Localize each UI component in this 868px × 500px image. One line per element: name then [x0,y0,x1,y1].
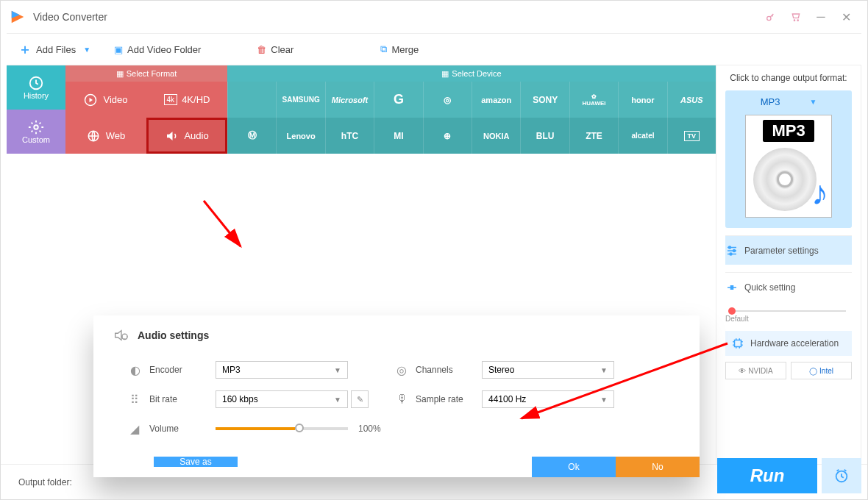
audio-settings-panel: Audio settings ◐ Encoder MP3▼ ◎ Channels… [93,315,700,477]
trash-icon: 🗑 [257,44,266,55]
parameter-settings-button[interactable]: Parameter settings [725,235,852,265]
ok-button[interactable]: Ok [532,457,616,477]
add-files-dropdown-icon[interactable]: ▼ [83,46,90,54]
quick-icon [725,281,739,294]
device-oneplus[interactable]: ⊕ [423,118,472,154]
no-button[interactable]: No [616,457,700,477]
output-format-name: MP3 [761,96,780,107]
encoder-select[interactable]: MP3▼ [216,361,348,379]
key-icon[interactable] [758,4,783,29]
samplerate-icon: 🎙 [396,393,410,406]
chip-icon [731,337,744,350]
app-logo-icon [10,9,26,25]
volume-slider[interactable] [216,427,348,430]
select-device-header: ▦ Select Device [227,65,716,82]
svg-point-6 [34,125,38,129]
add-video-folder-button[interactable]: ▣ Add Video Folder [102,34,213,65]
device-zte[interactable]: ZTE [569,118,618,154]
channels-select[interactable]: Stereo▼ [482,361,614,379]
format-tab-web[interactable]: Web [65,118,146,154]
audio-settings-icon [111,327,130,343]
device-asus[interactable]: ASUS [667,82,716,118]
sidebar-custom-button[interactable]: Custom [7,110,65,154]
4k-icon: 4k [164,94,178,105]
samplerate-select[interactable]: 44100 Hz▼ [482,390,614,408]
svg-rect-19 [735,340,741,347]
title-bar: Video Converter ─ ✕ [1,1,867,33]
run-button[interactable]: Run [717,458,817,493]
bitrate-icon: ⠿ [130,393,143,407]
device-htc[interactable]: hTC [325,118,374,154]
svg-point-2 [767,16,771,20]
device-motorola[interactable]: Ⓜ [227,118,276,154]
volume-value: 100% [358,424,381,434]
add-files-button[interactable]: ＋ Add Files [7,34,88,65]
svg-point-15 [729,246,731,249]
bitrate-select[interactable]: 160 kbps▼ [216,390,348,408]
channels-label: Channels [416,365,482,375]
device-samsung[interactable]: SAMSUNG [276,82,324,118]
hardware-acceleration-button[interactable]: Hardware acceleration [725,331,852,356]
quality-slider[interactable] [728,310,846,312]
svg-point-4 [797,20,798,21]
add-files-label: Add Files [36,44,76,55]
device-huawei[interactable]: ✿HUAWEI [569,82,618,118]
app-title: Video Converter [33,11,758,23]
gear-icon [28,119,44,135]
bitrate-label: Bit rate [149,394,216,404]
bitrate-edit-button[interactable]: ✎ [351,390,369,408]
annotation-arrow-1 [199,196,251,255]
clear-label: Clear [271,44,294,55]
chevron-down-icon: ▼ [334,366,341,374]
custom-label: Custom [22,135,50,144]
folder-icon: ▣ [114,44,123,55]
channels-icon: ◎ [396,363,410,377]
device-apple[interactable] [227,82,276,118]
device-blu[interactable]: BLU [520,118,569,154]
vendor-intel[interactable]: ◯ Intel [791,362,852,379]
device-microsoft[interactable]: Microsoft [325,82,374,118]
format-tab-4k-hd[interactable]: 4k 4K/HD [146,82,227,118]
quick-setting-label: Quick setting [744,282,795,293]
merge-button[interactable]: ⧉ Merge [369,34,430,65]
format-tab-audio[interactable]: Audio [146,118,227,154]
device-tv[interactable]: TV [667,118,716,154]
cart-icon[interactable] [783,4,808,29]
click-change-label: Click to change output format: [725,73,852,83]
globe-icon [87,129,100,143]
minimize-button[interactable]: ─ [808,4,833,29]
device-row-1: SAMSUNG Microsoft G ◎ amazon SONY ✿HUAWE… [227,82,716,118]
svg-point-17 [730,253,732,255]
close-button[interactable]: ✕ [833,4,858,29]
clear-button[interactable]: 🗑 Clear [245,34,305,65]
vendor-nvidia[interactable]: 👁 NVIDIA [725,362,786,379]
device-row-2: Ⓜ Lenovo hTC MI ⊕ NOKIA BLU ZTE alcatel … [227,118,716,154]
device-sony[interactable]: SONY [520,82,569,118]
device-lenovo[interactable]: Lenovo [276,118,324,154]
svg-marker-8 [90,98,93,102]
device-nokia[interactable]: NOKIA [472,118,520,154]
device-alcatel[interactable]: alcatel [618,118,666,154]
save-as-button[interactable]: Save as [154,457,238,467]
format-tab-video[interactable]: Video [65,82,146,118]
hw-accel-label: Hardware acceleration [750,338,839,349]
format-grid [7,154,716,174]
samplerate-label: Sample rate [416,394,482,404]
output-format-selector[interactable]: MP3▼ MP3 ♪ [725,90,852,228]
device-amazon[interactable]: amazon [472,82,520,118]
chevron-down-icon: ▼ [334,396,341,404]
svg-point-10 [122,334,127,339]
quick-setting-button[interactable]: Quick setting [725,272,852,301]
device-google[interactable]: G [374,82,422,118]
device-honor[interactable]: honor [618,82,666,118]
device-lg[interactable]: ◎ [423,82,472,118]
sliders-icon [725,244,739,257]
svg-line-12 [204,201,241,246]
main-toolbar: ＋ Add Files ▼ ▣ Add Video Folder 🗑 Clear… [7,33,861,65]
sidebar-history-button[interactable]: History [7,65,65,110]
select-format-header: ▦ Select Format [65,65,227,82]
schedule-button[interactable] [822,458,861,493]
chevron-down-icon: ▼ [600,366,608,374]
svg-rect-18 [731,285,733,289]
device-xiaomi[interactable]: MI [374,118,422,154]
